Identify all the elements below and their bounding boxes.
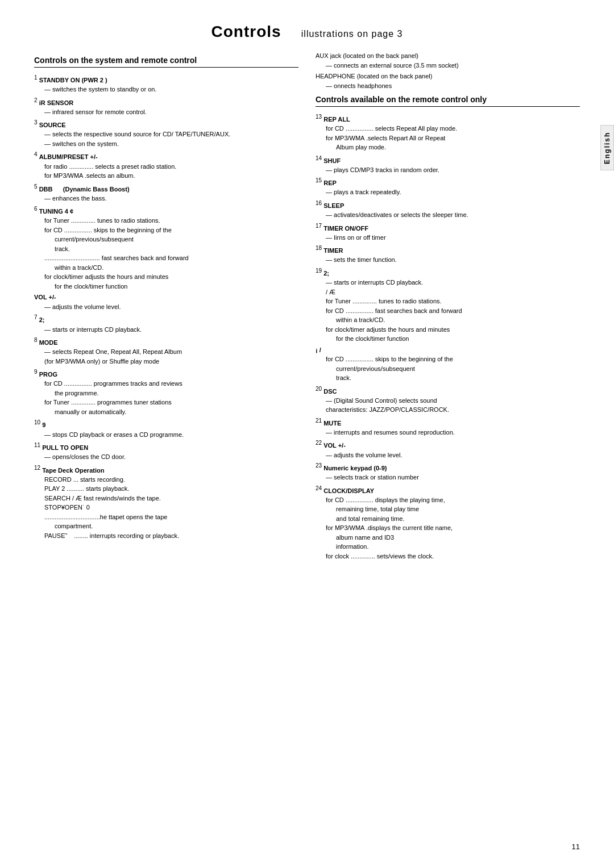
title-subtitle: illustrations on page 3 xyxy=(301,29,403,39)
list-item: 3 SOURCE selects the respective sound so… xyxy=(34,118,298,148)
list-item: 21 MUTE interrupts and resumes sound rep… xyxy=(316,416,580,437)
list-item: 22 VOL +/- adjusts the volume level. xyxy=(316,439,580,460)
english-tab: English xyxy=(600,125,614,170)
page: English Controls illustrations on page 3… xyxy=(0,0,614,868)
list-item: 7 2; starts or interrupts CD playback. xyxy=(34,313,298,334)
page-number: 11 xyxy=(572,842,580,851)
list-item: 4 ALBUM/PRESET +/- for radio ...........… xyxy=(34,150,298,180)
list-item: 15 REP plays a track repeatedly. xyxy=(316,176,580,197)
list-item: 8 MODE selects Repeat One, Repeat All, R… xyxy=(34,336,298,366)
left-section-title: Controls on the system and remote contro… xyxy=(34,56,298,68)
list-item: AUX jack (located on the back panel) con… xyxy=(316,51,580,70)
title-controls: Controls xyxy=(211,23,281,40)
list-item: 10 9 stops CD playback or erases a CD pr… xyxy=(34,418,298,439)
list-item: 20 DSC (Digital Sound Control) selects s… xyxy=(316,385,580,415)
col-right: AUX jack (located on the back panel) con… xyxy=(316,51,580,562)
list-item: 2 iR SENSOR infrared sensor for remote c… xyxy=(34,96,298,117)
list-item: 13 REP ALL for CD ................ selec… xyxy=(316,112,580,152)
list-item: 9 PROG for CD ................ programme… xyxy=(34,368,298,416)
list-item: 23 Numeric keypad (0-9) selects track or… xyxy=(316,461,580,482)
list-item: 24 CLOCK/DISPLAY for CD ................… xyxy=(316,484,580,561)
list-item: 18 TIMER sets the timer function. xyxy=(316,244,580,265)
main-title: Controls illustrations on page 3 xyxy=(34,23,580,41)
list-item: 17 TIMER ON/OFF Iirns on or off timer xyxy=(316,222,580,243)
list-item: 16 SLEEP activates/deactivates or select… xyxy=(316,199,580,220)
list-item: 1 STANDBY ON (PWR 2 ) switches the syste… xyxy=(34,73,298,94)
list-item: 6 TUNING 4 ¢ for Tuner .............. tu… xyxy=(34,205,298,291)
list-item: 11 PULL TO OPEN opens/closes the CD door… xyxy=(34,441,298,462)
col-left: Controls on the system and remote contro… xyxy=(34,51,298,562)
list-item: ¡ / for CD ................ skips to the… xyxy=(316,345,580,383)
list-item: VOL +/- adjusts the volume level. xyxy=(34,293,298,311)
two-col-layout: Controls on the system and remote contro… xyxy=(34,51,580,562)
list-item: 12 Tape Deck Operation RECORD ... starts… xyxy=(34,464,298,541)
list-item: 14 SHUF plays CD/MP3 tracks in random or… xyxy=(316,154,580,175)
list-item: 19 2; starts or interrupts CD playback. … xyxy=(316,266,580,344)
right-section-title: Controls available on the remote control… xyxy=(316,95,580,107)
list-item: HEADPHONE (located on the back panel) on… xyxy=(316,72,580,90)
list-item: 5 DBB (Dynamic Bass Boost) enhances the … xyxy=(34,182,298,203)
